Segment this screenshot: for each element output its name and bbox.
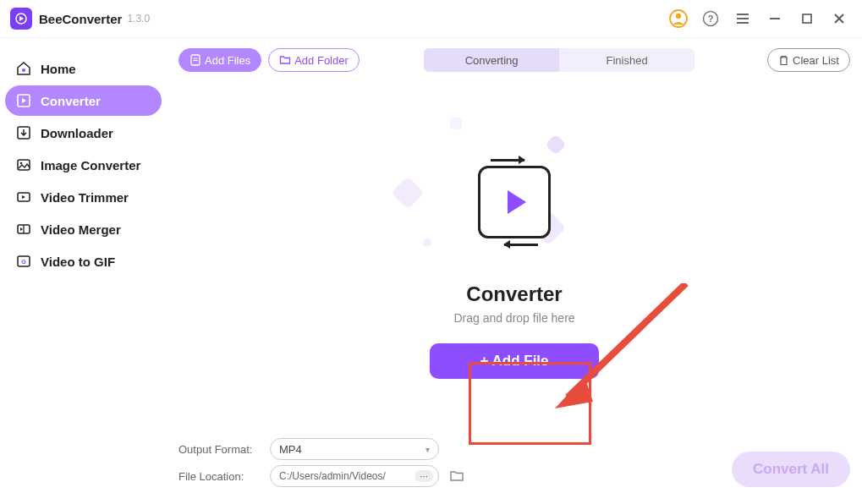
empty-state: Converter Drag and drop file here + Add …: [178, 79, 850, 438]
content-area: Add Files Add Folder Converting Finished…: [167, 38, 862, 504]
close-icon[interactable]: [826, 6, 852, 31]
output-format-value: MP4: [279, 443, 302, 456]
sidebar-item-downloader[interactable]: Downloader: [5, 118, 162, 148]
app-name: BeeConverter: [39, 12, 122, 26]
sidebar-item-label: Home: [41, 62, 76, 76]
add-folder-label: Add Folder: [294, 54, 349, 67]
add-folder-button[interactable]: Add Folder: [268, 48, 360, 72]
clear-list-label: Clear List: [793, 54, 839, 67]
converter-illustration: [430, 139, 599, 266]
user-icon[interactable]: [666, 6, 691, 31]
app-logo: [10, 8, 32, 30]
sidebar-item-label: Video to GIF: [41, 255, 115, 269]
sidebar-item-label: Converter: [41, 94, 101, 108]
file-location-field[interactable]: C:/Users/admin/Videos/ ···: [270, 465, 439, 487]
sidebar-item-video-trimmer[interactable]: Video Trimmer: [5, 182, 162, 212]
svg-marker-26: [555, 376, 593, 408]
maximize-icon[interactable]: [794, 6, 820, 31]
add-files-label: Add Files: [205, 54, 250, 67]
file-icon: [189, 54, 201, 66]
svg-line-25: [568, 283, 686, 397]
tab-converting[interactable]: Converting: [424, 48, 559, 72]
status-tabs: Converting Finished: [424, 48, 695, 72]
svg-rect-9: [803, 14, 811, 23]
app-version: 1.3.0: [127, 13, 150, 25]
output-format-label: Output Format:: [178, 443, 261, 456]
merger-icon: [15, 221, 32, 238]
open-folder-button[interactable]: [447, 467, 466, 485]
sidebar-item-label: Downloader: [41, 126, 113, 140]
image-icon: [15, 156, 32, 173]
minimize-icon[interactable]: [762, 6, 788, 31]
menu-icon[interactable]: [730, 6, 755, 31]
clear-list-button[interactable]: Clear List: [767, 48, 850, 72]
help-icon[interactable]: ?: [698, 6, 723, 31]
add-files-button[interactable]: Add Files: [178, 48, 261, 72]
sidebar-item-label: Image Converter: [41, 158, 140, 173]
sidebar-item-video-to-gif[interactable]: G Video to GIF: [5, 246, 162, 277]
file-location-value: C:/Users/admin/Videos/: [279, 470, 386, 482]
sidebar-item-image-converter[interactable]: Image Converter: [5, 150, 162, 180]
sidebar-item-label: Video Merger: [41, 222, 121, 237]
svg-text:G: G: [21, 259, 26, 265]
converter-icon: [15, 92, 32, 109]
sidebar-item-converter[interactable]: Converter: [5, 85, 162, 116]
empty-title: Converter: [466, 282, 562, 306]
sidebar-item-label: Video Trimmer: [41, 190, 129, 205]
convert-all-button[interactable]: Convert All: [732, 452, 850, 487]
output-format-select[interactable]: MP4 ▾: [270, 438, 439, 460]
sidebar: Home Converter Downloader Image Converte…: [0, 38, 167, 504]
svg-point-12: [22, 68, 25, 72]
home-icon: [15, 60, 32, 77]
more-icon[interactable]: ···: [415, 470, 433, 482]
empty-subtitle: Drag and drop file here: [453, 311, 574, 325]
add-file-button[interactable]: + Add File: [430, 343, 599, 379]
svg-point-2: [676, 14, 681, 19]
download-icon: [15, 124, 32, 141]
toolbar: Add Files Add Folder Converting Finished…: [178, 48, 850, 72]
folder-icon: [279, 54, 291, 66]
file-location-label: File Location:: [178, 470, 261, 483]
tab-finished[interactable]: Finished: [559, 48, 695, 72]
gif-icon: G: [15, 253, 32, 270]
svg-text:?: ?: [708, 14, 714, 24]
chevron-down-icon: ▾: [426, 445, 430, 454]
svg-point-16: [20, 162, 23, 165]
trimmer-icon: [15, 189, 32, 205]
titlebar: BeeConverter 1.3.0 ?: [0, 0, 862, 38]
trash-icon: [778, 55, 789, 66]
sidebar-item-home[interactable]: Home: [5, 53, 162, 84]
sidebar-item-video-merger[interactable]: Video Merger: [5, 214, 162, 244]
